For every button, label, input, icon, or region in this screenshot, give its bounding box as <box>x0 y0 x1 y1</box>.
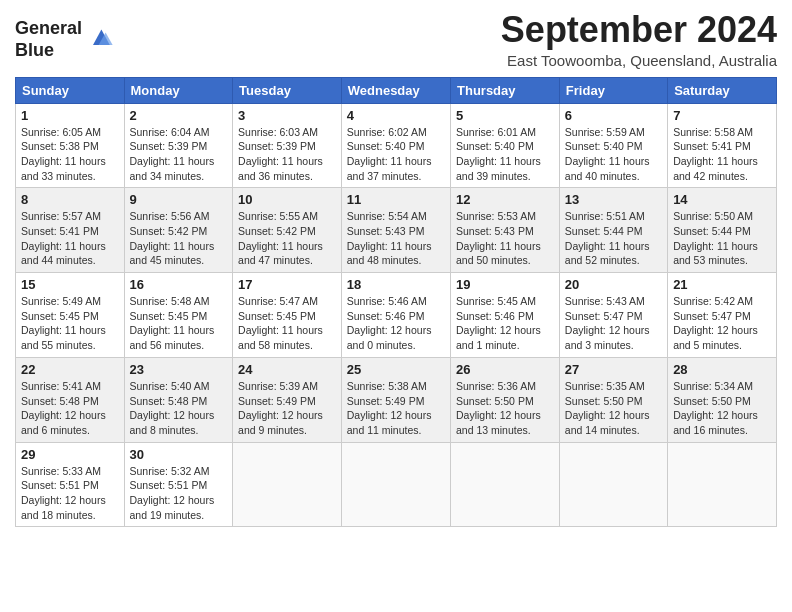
calendar-cell: 19Sunrise: 5:45 AMSunset: 5:46 PMDayligh… <box>451 273 560 358</box>
calendar-cell: 3Sunrise: 6:03 AMSunset: 5:39 PMDaylight… <box>233 103 342 188</box>
day-number: 28 <box>673 362 771 377</box>
weekday-header-sunday: Sunday <box>16 77 125 103</box>
day-info: Sunrise: 5:56 AMSunset: 5:42 PMDaylight:… <box>130 209 228 268</box>
day-info: Sunrise: 5:46 AMSunset: 5:46 PMDaylight:… <box>347 294 445 353</box>
location-subtitle: East Toowoomba, Queensland, Australia <box>501 52 777 69</box>
day-info: Sunrise: 5:39 AMSunset: 5:49 PMDaylight:… <box>238 379 336 438</box>
day-number: 29 <box>21 447 119 462</box>
day-number: 3 <box>238 108 336 123</box>
calendar-cell: 7Sunrise: 5:58 AMSunset: 5:41 PMDaylight… <box>668 103 777 188</box>
day-number: 17 <box>238 277 336 292</box>
day-number: 30 <box>130 447 228 462</box>
calendar-cell: 9Sunrise: 5:56 AMSunset: 5:42 PMDaylight… <box>124 188 233 273</box>
calendar-cell: 14Sunrise: 5:50 AMSunset: 5:44 PMDayligh… <box>668 188 777 273</box>
day-info: Sunrise: 6:03 AMSunset: 5:39 PMDaylight:… <box>238 125 336 184</box>
day-number: 11 <box>347 192 445 207</box>
calendar-week-row-1: 1Sunrise: 6:05 AMSunset: 5:38 PMDaylight… <box>16 103 777 188</box>
day-number: 27 <box>565 362 662 377</box>
day-info: Sunrise: 5:47 AMSunset: 5:45 PMDaylight:… <box>238 294 336 353</box>
day-info: Sunrise: 5:58 AMSunset: 5:41 PMDaylight:… <box>673 125 771 184</box>
day-number: 5 <box>456 108 554 123</box>
day-info: Sunrise: 5:40 AMSunset: 5:48 PMDaylight:… <box>130 379 228 438</box>
calendar-cell: 17Sunrise: 5:47 AMSunset: 5:45 PMDayligh… <box>233 273 342 358</box>
day-info: Sunrise: 6:01 AMSunset: 5:40 PMDaylight:… <box>456 125 554 184</box>
day-number: 22 <box>21 362 119 377</box>
calendar-cell: 16Sunrise: 5:48 AMSunset: 5:45 PMDayligh… <box>124 273 233 358</box>
calendar-cell: 1Sunrise: 6:05 AMSunset: 5:38 PMDaylight… <box>16 103 125 188</box>
weekday-header-monday: Monday <box>124 77 233 103</box>
day-number: 9 <box>130 192 228 207</box>
day-info: Sunrise: 5:43 AMSunset: 5:47 PMDaylight:… <box>565 294 662 353</box>
calendar-cell: 12Sunrise: 5:53 AMSunset: 5:43 PMDayligh… <box>451 188 560 273</box>
day-info: Sunrise: 5:34 AMSunset: 5:50 PMDaylight:… <box>673 379 771 438</box>
day-number: 4 <box>347 108 445 123</box>
calendar-week-row-2: 8Sunrise: 5:57 AMSunset: 5:41 PMDaylight… <box>16 188 777 273</box>
day-number: 24 <box>238 362 336 377</box>
calendar-cell: 20Sunrise: 5:43 AMSunset: 5:47 PMDayligh… <box>559 273 667 358</box>
day-number: 13 <box>565 192 662 207</box>
day-info: Sunrise: 5:57 AMSunset: 5:41 PMDaylight:… <box>21 209 119 268</box>
logo: General Blue <box>15 18 114 61</box>
calendar-cell <box>668 442 777 527</box>
weekday-header-tuesday: Tuesday <box>233 77 342 103</box>
day-info: Sunrise: 5:35 AMSunset: 5:50 PMDaylight:… <box>565 379 662 438</box>
day-number: 6 <box>565 108 662 123</box>
calendar-cell <box>341 442 450 527</box>
calendar-cell: 2Sunrise: 6:04 AMSunset: 5:39 PMDaylight… <box>124 103 233 188</box>
title-area: September 2024 East Toowoomba, Queenslan… <box>501 10 777 69</box>
calendar-cell: 13Sunrise: 5:51 AMSunset: 5:44 PMDayligh… <box>559 188 667 273</box>
calendar-cell: 21Sunrise: 5:42 AMSunset: 5:47 PMDayligh… <box>668 273 777 358</box>
calendar-table: SundayMondayTuesdayWednesdayThursdayFrid… <box>15 77 777 528</box>
day-info: Sunrise: 5:55 AMSunset: 5:42 PMDaylight:… <box>238 209 336 268</box>
weekday-header-thursday: Thursday <box>451 77 560 103</box>
day-info: Sunrise: 6:04 AMSunset: 5:39 PMDaylight:… <box>130 125 228 184</box>
day-number: 12 <box>456 192 554 207</box>
day-info: Sunrise: 6:02 AMSunset: 5:40 PMDaylight:… <box>347 125 445 184</box>
calendar-cell: 26Sunrise: 5:36 AMSunset: 5:50 PMDayligh… <box>451 357 560 442</box>
month-title: September 2024 <box>501 10 777 50</box>
calendar-cell: 10Sunrise: 5:55 AMSunset: 5:42 PMDayligh… <box>233 188 342 273</box>
day-number: 16 <box>130 277 228 292</box>
calendar-cell: 8Sunrise: 5:57 AMSunset: 5:41 PMDaylight… <box>16 188 125 273</box>
calendar-week-row-4: 22Sunrise: 5:41 AMSunset: 5:48 PMDayligh… <box>16 357 777 442</box>
calendar-cell <box>233 442 342 527</box>
calendar-cell: 5Sunrise: 6:01 AMSunset: 5:40 PMDaylight… <box>451 103 560 188</box>
day-number: 8 <box>21 192 119 207</box>
day-info: Sunrise: 5:49 AMSunset: 5:45 PMDaylight:… <box>21 294 119 353</box>
day-info: Sunrise: 5:59 AMSunset: 5:40 PMDaylight:… <box>565 125 662 184</box>
day-info: Sunrise: 5:54 AMSunset: 5:43 PMDaylight:… <box>347 209 445 268</box>
calendar-cell: 11Sunrise: 5:54 AMSunset: 5:43 PMDayligh… <box>341 188 450 273</box>
calendar-cell: 30Sunrise: 5:32 AMSunset: 5:51 PMDayligh… <box>124 442 233 527</box>
day-info: Sunrise: 5:51 AMSunset: 5:44 PMDaylight:… <box>565 209 662 268</box>
day-info: Sunrise: 6:05 AMSunset: 5:38 PMDaylight:… <box>21 125 119 184</box>
header: General Blue September 2024 East Toowoom… <box>15 10 777 69</box>
day-number: 25 <box>347 362 445 377</box>
day-info: Sunrise: 5:48 AMSunset: 5:45 PMDaylight:… <box>130 294 228 353</box>
logo-text-line2: Blue <box>15 40 82 62</box>
day-info: Sunrise: 5:36 AMSunset: 5:50 PMDaylight:… <box>456 379 554 438</box>
day-number: 1 <box>21 108 119 123</box>
calendar-cell: 15Sunrise: 5:49 AMSunset: 5:45 PMDayligh… <box>16 273 125 358</box>
calendar-cell: 6Sunrise: 5:59 AMSunset: 5:40 PMDaylight… <box>559 103 667 188</box>
calendar-week-row-3: 15Sunrise: 5:49 AMSunset: 5:45 PMDayligh… <box>16 273 777 358</box>
day-number: 7 <box>673 108 771 123</box>
day-number: 26 <box>456 362 554 377</box>
day-info: Sunrise: 5:38 AMSunset: 5:49 PMDaylight:… <box>347 379 445 438</box>
calendar-cell: 28Sunrise: 5:34 AMSunset: 5:50 PMDayligh… <box>668 357 777 442</box>
day-info: Sunrise: 5:41 AMSunset: 5:48 PMDaylight:… <box>21 379 119 438</box>
calendar-cell: 27Sunrise: 5:35 AMSunset: 5:50 PMDayligh… <box>559 357 667 442</box>
calendar-cell: 18Sunrise: 5:46 AMSunset: 5:46 PMDayligh… <box>341 273 450 358</box>
day-number: 21 <box>673 277 771 292</box>
day-info: Sunrise: 5:53 AMSunset: 5:43 PMDaylight:… <box>456 209 554 268</box>
logo-icon <box>86 24 114 52</box>
calendar-cell: 25Sunrise: 5:38 AMSunset: 5:49 PMDayligh… <box>341 357 450 442</box>
day-number: 10 <box>238 192 336 207</box>
day-number: 19 <box>456 277 554 292</box>
calendar-cell: 22Sunrise: 5:41 AMSunset: 5:48 PMDayligh… <box>16 357 125 442</box>
day-info: Sunrise: 5:32 AMSunset: 5:51 PMDaylight:… <box>130 464 228 523</box>
calendar-cell: 24Sunrise: 5:39 AMSunset: 5:49 PMDayligh… <box>233 357 342 442</box>
calendar-cell: 23Sunrise: 5:40 AMSunset: 5:48 PMDayligh… <box>124 357 233 442</box>
weekday-header-saturday: Saturday <box>668 77 777 103</box>
calendar-cell <box>451 442 560 527</box>
day-number: 14 <box>673 192 771 207</box>
